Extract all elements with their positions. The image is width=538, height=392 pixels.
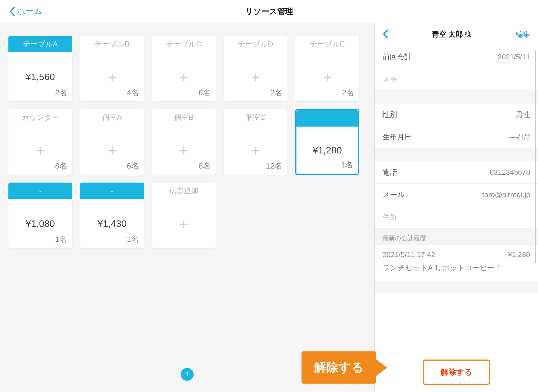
back-label: ホーム bbox=[17, 6, 43, 17]
row-dob[interactable]: 生年月日 ----/1/2 bbox=[375, 126, 538, 148]
plus-icon: ＋ bbox=[177, 70, 191, 84]
panel-footer: 解除する bbox=[375, 352, 538, 392]
table-card-body: ＋4名 bbox=[80, 52, 144, 101]
table-card-body: ¥1,0801名 bbox=[8, 199, 72, 248]
table-card-body: ＋8名 bbox=[152, 125, 216, 175]
plus-icon: ＋ bbox=[249, 143, 263, 157]
table-capacity: 1名 bbox=[55, 234, 67, 245]
table-card[interactable]: -¥1,2801名 bbox=[295, 109, 359, 175]
address-label: 住所 bbox=[382, 212, 397, 222]
top-nav: ホーム リソース管理 bbox=[0, 0, 538, 23]
table-card-body: ＋6名 bbox=[152, 52, 216, 101]
table-capacity: 2名 bbox=[270, 87, 282, 98]
dob-value: ----/1/2 bbox=[508, 133, 530, 141]
table-card-body: ¥1,4301名 bbox=[80, 199, 144, 248]
customer-detail-list: 前回会計 2021/5/11 メモ 性別 男性 生年月日 ----/1/2 電話… bbox=[375, 46, 538, 352]
table-card[interactable]: 個室B＋8名 bbox=[152, 109, 216, 175]
table-card[interactable]: 個室A＋6名 bbox=[80, 109, 144, 175]
table-price: ¥1,430 bbox=[98, 218, 127, 229]
chevron-left-icon bbox=[382, 29, 388, 39]
table-card[interactable]: テーブルB＋4名 bbox=[80, 36, 144, 101]
table-card[interactable]: カウンター＋8名 bbox=[8, 109, 72, 175]
table-capacity: 12名 bbox=[266, 161, 282, 171]
row-memo[interactable]: メモ bbox=[375, 68, 538, 91]
gender-label: 性別 bbox=[382, 110, 397, 120]
history-amount: ¥1,280 bbox=[508, 250, 530, 259]
callout-text: 解除する bbox=[314, 359, 364, 376]
last-account-label: 前回会計 bbox=[382, 52, 412, 62]
add-slip-card[interactable]: 伝票追加＋ bbox=[152, 183, 216, 248]
history-items: ランチセットA 1, ホットコーヒー 1 bbox=[382, 263, 530, 273]
last-account-value: 2021/5/11 bbox=[498, 53, 530, 61]
plus-icon: ＋ bbox=[177, 216, 191, 230]
table-price: ¥1,080 bbox=[26, 218, 55, 229]
plus-icon: ＋ bbox=[177, 143, 191, 157]
customer-name: 青空 太郎様 bbox=[432, 29, 472, 39]
panel-header: 青空 太郎様 編集 bbox=[375, 23, 538, 46]
table-price: ¥1,560 bbox=[26, 71, 55, 82]
panel-back-button[interactable] bbox=[382, 29, 388, 40]
table-card[interactable]: -¥1,0801名 bbox=[8, 183, 72, 248]
plus-icon: ＋ bbox=[105, 70, 119, 84]
table-capacity: 1名 bbox=[341, 160, 353, 170]
table-card-name: テーブルC bbox=[152, 36, 216, 52]
table-card[interactable]: テーブルD＋2名 bbox=[224, 36, 287, 101]
table-card-body: ＋2名 bbox=[224, 52, 287, 101]
release-button[interactable]: 解除する bbox=[423, 360, 490, 385]
mail-value: taro@airregi.jp bbox=[482, 190, 530, 199]
memo-label: メモ bbox=[382, 74, 398, 84]
plus-icon: ＋ bbox=[320, 70, 334, 84]
table-capacity: 2名 bbox=[55, 87, 67, 98]
table-card-name: - bbox=[296, 110, 358, 127]
table-capacity: 8名 bbox=[198, 161, 211, 171]
table-card-name: 個室A bbox=[80, 109, 144, 125]
table-card-body: ＋6名 bbox=[80, 125, 144, 175]
plus-icon: ＋ bbox=[105, 143, 119, 157]
row-address[interactable]: 住所 bbox=[375, 206, 538, 228]
plus-icon: ＋ bbox=[249, 70, 263, 84]
table-card-name: テーブルB bbox=[80, 36, 144, 52]
scrollbar[interactable] bbox=[535, 50, 536, 263]
phone-value: 0312345678 bbox=[490, 168, 530, 177]
table-card-name: 個室B bbox=[152, 109, 216, 125]
table-card[interactable]: 個室C＋12名 bbox=[224, 109, 287, 175]
row-last-account[interactable]: 前回会計 2021/5/11 bbox=[375, 46, 538, 68]
table-card-body: ＋8名 bbox=[8, 125, 72, 175]
table-capacity: 2名 bbox=[342, 87, 354, 98]
customer-panel: 青空 太郎様 編集 前回会計 2021/5/11 メモ 性別 男性 生年月日 -… bbox=[374, 23, 538, 392]
row-phone[interactable]: 電話 0312345678 bbox=[375, 161, 538, 184]
table-card[interactable]: テーブルE＋2名 bbox=[295, 36, 359, 101]
table-capacity: 6名 bbox=[198, 87, 211, 98]
history-time: 2021/5/11 17:42 bbox=[382, 250, 435, 259]
add-slip-body: ＋ bbox=[152, 199, 216, 248]
row-gender[interactable]: 性別 男性 bbox=[375, 104, 538, 126]
callout-arrow-icon bbox=[376, 359, 387, 376]
table-capacity: 8名 bbox=[55, 161, 67, 171]
customer-name-text: 青空 太郎 bbox=[432, 30, 463, 38]
page-title: リソース管理 bbox=[245, 6, 293, 17]
table-card-body: ¥1,2801名 bbox=[296, 127, 358, 174]
table-card[interactable]: テーブルA¥1,5602名 bbox=[8, 36, 72, 101]
table-card[interactable]: テーブルC＋6名 bbox=[152, 36, 216, 101]
dob-label: 生年月日 bbox=[382, 132, 412, 142]
table-card-name: - bbox=[8, 183, 72, 199]
customer-suffix: 様 bbox=[465, 30, 472, 38]
table-card[interactable]: -¥1,4301名 bbox=[80, 183, 144, 248]
page-indicator[interactable]: 1 bbox=[181, 368, 194, 381]
phone-label: 電話 bbox=[382, 167, 397, 177]
table-capacity: 4名 bbox=[127, 87, 139, 98]
row-mail[interactable]: メール taro@airregi.jp bbox=[375, 184, 538, 206]
history-entry[interactable]: 2021/5/11 17:42 ¥1,280 ランチセットA 1, ホットコーヒ… bbox=[375, 245, 538, 281]
table-card-body: ＋12名 bbox=[224, 125, 287, 175]
plus-icon: ＋ bbox=[33, 143, 47, 157]
edit-button[interactable]: 編集 bbox=[516, 29, 530, 39]
history-section-title: 最新の会計履歴 bbox=[375, 228, 538, 245]
back-button[interactable]: ホーム bbox=[0, 6, 43, 17]
table-card-name: 個室C bbox=[224, 109, 287, 125]
gender-value: 男性 bbox=[516, 110, 530, 120]
table-grid-area: テーブルA¥1,5602名テーブルB＋4名テーブルC＋6名テーブルD＋2名テーブ… bbox=[0, 23, 374, 392]
table-card-name: テーブルD bbox=[224, 36, 287, 52]
table-capacity: 6名 bbox=[127, 161, 139, 171]
table-card-body: ＋2名 bbox=[295, 52, 359, 101]
table-card-body: ¥1,5602名 bbox=[8, 52, 72, 101]
